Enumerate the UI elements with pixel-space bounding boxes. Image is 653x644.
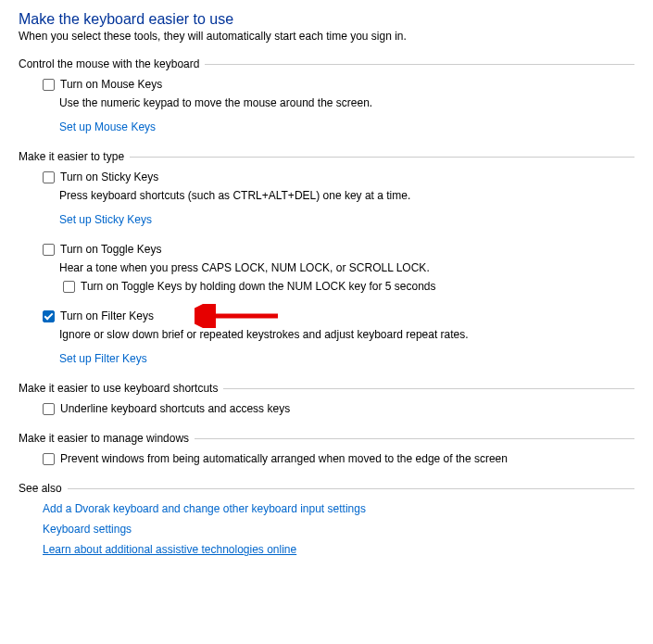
checkbox-underline[interactable] — [43, 403, 55, 415]
section-title-mouse: Control the mouse with the keyboard — [19, 57, 203, 70]
section-header-mouse: Control the mouse with the keyboard — [19, 57, 634, 70]
arrow-annotation-icon — [195, 304, 287, 331]
section-header-windows: Make it easier to manage windows — [19, 432, 634, 445]
option-toggle-keys[interactable]: Turn on Toggle Keys — [43, 243, 634, 256]
link-setup-filter-keys[interactable]: Set up Filter Keys — [59, 352, 147, 365]
divider — [68, 488, 634, 489]
option-sticky-keys[interactable]: Turn on Sticky Keys — [43, 170, 634, 183]
checkbox-toggle-keys[interactable] — [43, 244, 55, 256]
page-subtitle: When you select these tools, they will a… — [19, 30, 634, 43]
label-toggle-keys: Turn on Toggle Keys — [60, 243, 161, 256]
page-title: Make the keyboard easier to use — [19, 11, 634, 28]
link-setup-mouse-keys[interactable]: Set up Mouse Keys — [59, 120, 156, 133]
label-sticky-keys: Turn on Sticky Keys — [60, 170, 158, 183]
checkbox-sticky-keys[interactable] — [43, 171, 55, 183]
label-prevent: Prevent windows from being automatically… — [60, 452, 508, 465]
divider — [130, 157, 634, 158]
link-assistive-tech[interactable]: Learn about additional assistive technol… — [43, 543, 296, 556]
desc-filter-keys: Ignore or slow down brief or repeated ke… — [59, 328, 634, 341]
section-windows: Make it easier to manage windows Prevent… — [19, 432, 634, 465]
desc-toggle-keys: Hear a tone when you press CAPS LOCK, NU… — [59, 261, 634, 274]
section-shortcuts: Make it easier to use keyboard shortcuts… — [19, 382, 634, 415]
option-prevent[interactable]: Prevent windows from being automatically… — [43, 452, 634, 465]
link-keyboard-settings[interactable]: Keyboard settings — [43, 523, 132, 536]
divider — [205, 64, 634, 65]
link-dvorak[interactable]: Add a Dvorak keyboard and change other k… — [43, 502, 366, 515]
section-title-type: Make it easier to type — [19, 150, 128, 163]
label-toggle-hold: Turn on Toggle Keys by holding down the … — [81, 280, 436, 293]
section-title-seealso: See also — [19, 482, 66, 495]
section-mouse: Control the mouse with the keyboard Turn… — [19, 57, 634, 133]
section-header-shortcuts: Make it easier to use keyboard shortcuts — [19, 382, 634, 395]
checkbox-toggle-hold[interactable] — [63, 281, 75, 293]
checkbox-mouse-keys[interactable] — [43, 79, 55, 91]
section-seealso: See also Add a Dvorak keyboard and chang… — [19, 482, 634, 556]
label-underline: Underline keyboard shortcuts and access … — [60, 402, 290, 415]
divider — [195, 438, 634, 439]
checkbox-filter-keys[interactable] — [43, 310, 55, 322]
desc-mouse-keys: Use the numeric keypad to move the mouse… — [59, 96, 634, 109]
option-underline[interactable]: Underline keyboard shortcuts and access … — [43, 402, 634, 415]
desc-sticky-keys: Press keyboard shortcuts (such as CTRL+A… — [59, 189, 634, 202]
section-title-shortcuts: Make it easier to use keyboard shortcuts — [19, 382, 221, 395]
section-header-type: Make it easier to type — [19, 150, 634, 163]
checkbox-prevent[interactable] — [43, 453, 55, 465]
section-type: Make it easier to type Turn on Sticky Ke… — [19, 150, 634, 365]
link-setup-sticky-keys[interactable]: Set up Sticky Keys — [59, 213, 152, 226]
section-title-windows: Make it easier to manage windows — [19, 432, 193, 445]
label-filter-keys: Turn on Filter Keys — [60, 309, 154, 322]
label-mouse-keys: Turn on Mouse Keys — [60, 78, 162, 91]
option-mouse-keys[interactable]: Turn on Mouse Keys — [43, 78, 634, 91]
option-toggle-hold[interactable]: Turn on Toggle Keys by holding down the … — [63, 280, 634, 293]
divider — [223, 388, 634, 389]
option-filter-keys[interactable]: Turn on Filter Keys — [43, 309, 634, 322]
section-header-seealso: See also — [19, 482, 634, 495]
